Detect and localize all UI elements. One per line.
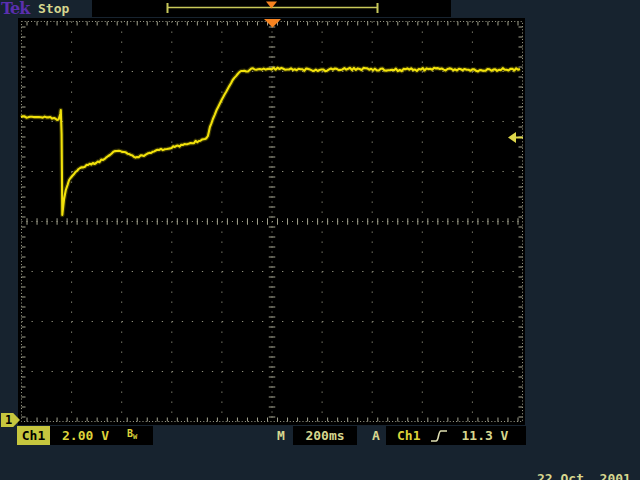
trigger-level-value: 11.3 V (461, 428, 508, 443)
oscilloscope-screen: Tek Stop 1 Ch1 2.00 V BW M 200ms A Ch1 1… (0, 0, 640, 480)
ch1-scale-value: 2.00 V (62, 428, 109, 443)
rising-edge-icon (430, 428, 448, 444)
timebase-readout: 200ms (293, 426, 357, 445)
trigger-source: Ch1 (397, 428, 420, 443)
bandwidth-limit-icon: BW (127, 429, 137, 442)
date-value: 22 Oct 2001 (537, 472, 631, 480)
graticule-and-trace (0, 0, 640, 480)
ch1-readout: Ch1 2.00 V BW (17, 426, 153, 445)
ch1-badge: Ch1 (17, 426, 50, 445)
tek-logo: Tek (1, 0, 29, 18)
datetime-display: 22 Oct 2001 16:24:44 (537, 446, 631, 480)
trigger-readout: Ch1 11.3 V (386, 426, 526, 445)
acquisition-status: Stop (38, 1, 69, 16)
trigger-mode-label: A (372, 428, 380, 443)
timebase-value: 200ms (305, 428, 344, 443)
timebase-label: M (277, 428, 285, 443)
